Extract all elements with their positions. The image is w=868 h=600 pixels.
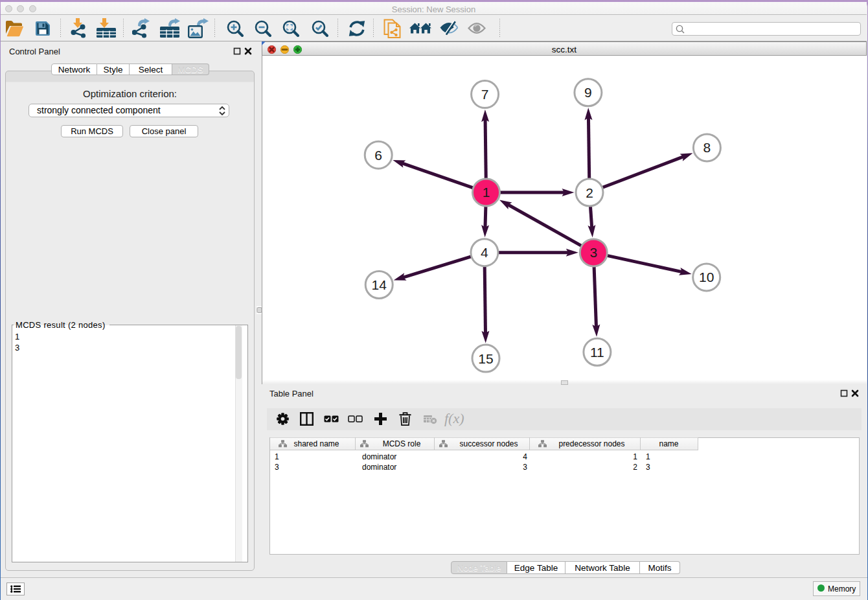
svg-text:7: 7 (481, 87, 489, 102)
svg-text:10: 10 (699, 270, 714, 284)
svg-text:2: 2 (586, 185, 593, 200)
svg-text:8: 8 (703, 140, 711, 155)
svg-text:9: 9 (584, 85, 592, 100)
svg-text:15: 15 (478, 351, 493, 366)
svg-text:3: 3 (589, 245, 597, 260)
svg-text:4: 4 (481, 245, 488, 260)
svg-text:6: 6 (374, 148, 382, 163)
svg-text:14: 14 (372, 277, 387, 292)
svg-text:11: 11 (590, 345, 604, 360)
svg-text:1: 1 (483, 185, 490, 200)
